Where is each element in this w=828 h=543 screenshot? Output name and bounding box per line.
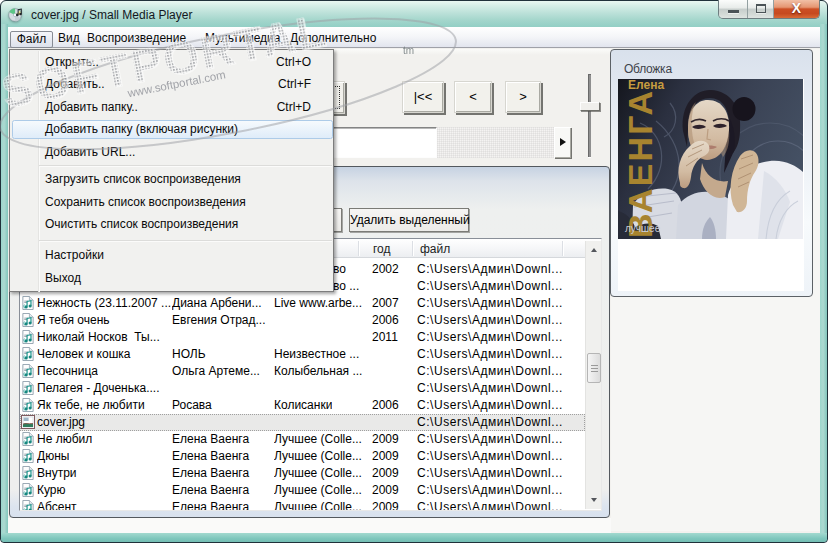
svg-text:ВАЕНГА: ВАЕНГА (621, 91, 659, 238)
svg-text:лучшее: лучшее (625, 223, 661, 234)
svg-text:Елена: Елена (628, 79, 664, 92)
